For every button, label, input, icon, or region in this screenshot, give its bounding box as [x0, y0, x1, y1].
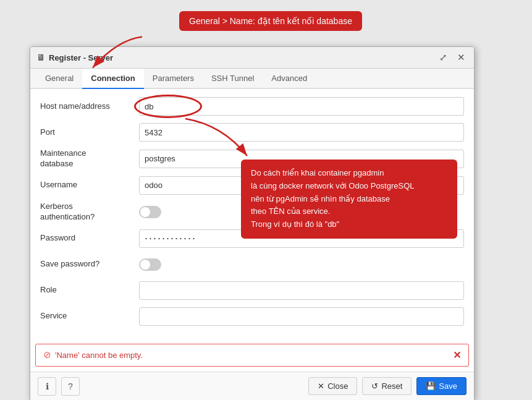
field-row-save-password: Save password?	[40, 255, 464, 274]
close-title-button[interactable]: ✕	[455, 51, 468, 64]
info-button[interactable]: ℹ	[38, 377, 56, 396]
save-password-toggle[interactable]	[139, 258, 161, 271]
tab-advanced[interactable]: Advanced	[263, 69, 316, 89]
annotation-bottom: Do cách triển khai container pgadmin là …	[241, 160, 457, 239]
reset-icon: ↺	[371, 381, 378, 391]
info-icon: ℹ	[46, 381, 49, 391]
kerberos-toggle[interactable]	[139, 206, 161, 218]
field-row-role: Role	[40, 281, 464, 300]
service-input[interactable]	[139, 307, 464, 326]
footer-right: ✕ Close ↺ Reset 💾 Save	[308, 377, 467, 395]
label-role: Role	[40, 285, 139, 296]
label-username: Username	[40, 180, 139, 190]
save-icon: 💾	[426, 381, 436, 391]
error-left: ⊘ 'Name' cannot be empty.	[43, 349, 143, 360]
error-message: 'Name' cannot be empty.	[55, 351, 143, 360]
reset-button[interactable]: ↺ Reset	[362, 377, 412, 395]
error-close-button[interactable]: ✕	[453, 349, 461, 361]
tab-ssh-tunnel[interactable]: SSH Tunnel	[203, 69, 263, 89]
error-icon: ⊘	[43, 349, 51, 360]
help-icon: ?	[68, 381, 73, 391]
label-kerberos: Kerberosauthentication?	[40, 202, 139, 223]
label-service: Service	[40, 311, 139, 321]
role-input[interactable]	[139, 281, 464, 300]
expand-button[interactable]: ⤢	[437, 51, 450, 64]
close-button[interactable]: ✕ Close	[308, 377, 357, 395]
server-icon: 🖥	[36, 53, 45, 62]
dialog-title-actions: ⤢ ✕	[437, 51, 468, 64]
close-icon: ✕	[318, 381, 324, 391]
footer-left: ℹ ?	[38, 377, 80, 396]
error-bar: ⊘ 'Name' cannot be empty. ✕	[35, 344, 469, 367]
label-maintenance-db: Maintenancedatabase	[40, 148, 139, 169]
tab-general[interactable]: General	[36, 69, 82, 89]
help-button[interactable]: ?	[61, 377, 80, 396]
label-host: Host name/address	[40, 101, 139, 112]
label-save-password: Save password?	[40, 259, 139, 270]
field-row-service: Service	[40, 307, 464, 326]
annotation-top: General > Name: đặt tên kết nối database	[179, 11, 362, 31]
label-password: Password	[40, 233, 139, 244]
save-button[interactable]: 💾 Save	[416, 377, 467, 395]
dialog-footer: ℹ ? ✕ Close ↺ Reset 💾 Save	[30, 372, 474, 400]
label-port: Port	[40, 127, 139, 138]
